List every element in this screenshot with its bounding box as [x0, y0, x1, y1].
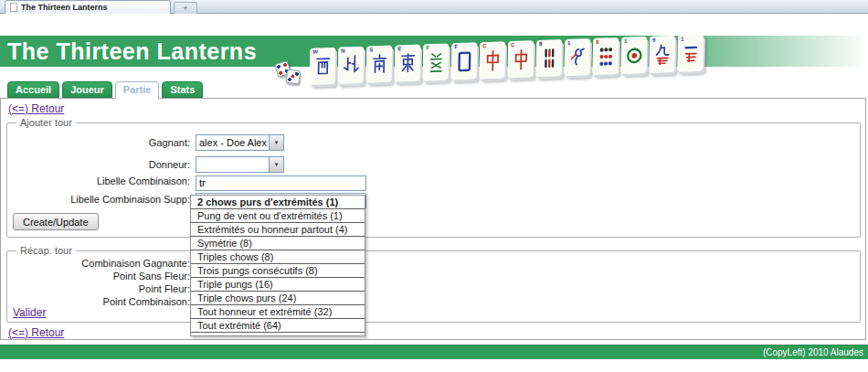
autocomplete-item[interactable]: Symétrie (8): [191, 237, 365, 250]
red-dragon-tile: C: [507, 40, 534, 78]
form-row: Libelle Combinaison Supp:: [13, 192, 854, 209]
tile-corner-mark: N: [341, 48, 344, 53]
autocomplete-item[interactable]: Tout honneur et extrémité (32): [191, 305, 365, 319]
die-icon: [285, 69, 301, 85]
form-row: Gagnant:alex - Doe Alex▼: [13, 134, 854, 151]
back-link-bottom[interactable]: (<=) Retour: [8, 326, 64, 339]
recap-rows: Combinaison Gagnante:Point Sans Fleur:Po…: [13, 257, 854, 308]
tile-corner-mark: S: [369, 47, 373, 52]
autocomplete-item[interactable]: Pung de vent ou d'extrémités (1): [191, 209, 365, 223]
tab-stats[interactable]: Stats: [162, 81, 203, 98]
form-row: Libelle Combinaison:: [13, 174, 854, 191]
form-row: Donneur:▼: [13, 156, 854, 173]
south-wind-tile: S: [366, 46, 393, 83]
chevron-down-icon[interactable]: ▼: [269, 157, 283, 172]
tile-corner-mark: C: [511, 42, 514, 48]
recap-fieldset: Récap. tour Combinaison Gagnante:Point S…: [6, 245, 861, 323]
nav-tabs: AccueilJoueurPartieStats: [7, 81, 203, 98]
east-wind-tile: E: [395, 45, 421, 82]
footer-bar: (CopyLeft) 2010 Alaudes: [0, 345, 868, 359]
create-update-button[interactable]: Create/Update: [13, 213, 99, 230]
select-value: [196, 157, 269, 172]
autocomplete-item[interactable]: Triple pungs (16): [191, 278, 365, 292]
browser-tab[interactable]: The Thirteen Lanterns: [5, 0, 171, 14]
bamboo-8-tile: 8: [535, 39, 562, 77]
autocomplete-item[interactable]: Trois pungs consécutifs (8): [191, 264, 365, 278]
add-round-rows: Gagnant:alex - Doe Alex▼Donneur:▼Libelle…: [13, 134, 854, 208]
footer-copyright: (CopyLeft) 2010 Alaudes: [763, 345, 868, 359]
back-link-top[interactable]: (<=) Retour: [8, 102, 64, 115]
autocomplete-item[interactable]: Tout extrémité (64): [191, 319, 365, 333]
circles-9-tile: 9: [592, 37, 619, 75]
combination-autocomplete-dropdown: 2 chows purs d'extrémités (1)Pung de ven…: [190, 195, 365, 336]
tile-corner-mark: F: [426, 45, 429, 50]
green-dragon-tile: F: [423, 44, 450, 81]
autocomplete-item[interactable]: Triples chows (8): [191, 250, 365, 264]
donneur-select[interactable]: ▼: [196, 156, 284, 173]
autocomplete-item[interactable]: Triple chows purs (24): [191, 292, 365, 305]
white-dragon-tile: F: [451, 42, 478, 80]
gagnant-select[interactable]: alex - Doe Alex▼: [196, 134, 284, 151]
tile-corner-mark: 1: [567, 40, 570, 46]
field-label: Libelle Combinaison Supp:: [13, 192, 190, 207]
recap-label: Combinaison Gagnante:: [13, 257, 190, 270]
recap-label: Point Sans Fleur:: [13, 270, 190, 282]
north-wind-tile: N: [338, 47, 365, 84]
red-dragon-tile: C: [480, 41, 506, 79]
field-label: Donneur:: [13, 156, 190, 173]
new-tab-button[interactable]: +: [174, 2, 197, 14]
dice-icon: [274, 61, 306, 93]
tab-partie[interactable]: Partie: [115, 81, 160, 99]
character-1-tile: 1: [677, 35, 704, 72]
tab-joueur[interactable]: Joueur: [62, 81, 112, 98]
autocomplete-item[interactable]: Extrémités ou honneur partout (4): [191, 223, 365, 237]
tile-corner-mark: 9: [652, 37, 655, 43]
autocomplete-item[interactable]: 2 chows purs d'extrémités (1): [191, 196, 365, 209]
character-9-tile: 9: [649, 36, 675, 73]
circle-1-tile: 1: [620, 37, 647, 74]
bamboo-1-bird-tile: 1: [564, 38, 590, 76]
tile-corner-mark: E: [397, 46, 401, 51]
west-wind-tile: W: [310, 48, 336, 85]
tile-corner-mark: 1: [681, 37, 683, 42]
browser-tab-title: The Thirteen Lanterns: [21, 3, 108, 12]
tile-corner-mark: W: [312, 49, 318, 55]
valider-link[interactable]: Valider: [13, 306, 46, 319]
tile-corner-mark: 1: [624, 38, 627, 44]
browser-tab-bar: The Thirteen Lanterns +: [0, 0, 868, 14]
select-value: alex - Doe Alex: [196, 135, 269, 150]
add-round-legend: Ajouter tour: [16, 117, 76, 128]
libelle-combinaison-input[interactable]: [196, 175, 366, 191]
tile-corner-mark: C: [482, 43, 486, 48]
page: { "browser": { "tab_title": "The Thirtee…: [0, 0, 868, 372]
chevron-down-icon[interactable]: ▼: [269, 135, 283, 150]
field-label: Gagnant:: [13, 134, 190, 151]
page-icon: [10, 3, 17, 12]
recap-legend: Récap. tour: [16, 245, 76, 256]
recap-label: Point Fleur:: [13, 282, 190, 295]
tile-corner-mark: 9: [596, 39, 598, 45]
add-round-fieldset: Ajouter tour Gagnant:alex - Doe Alex▼Don…: [6, 117, 861, 238]
tab-accueil[interactable]: Accueil: [7, 81, 59, 98]
content-panel: (<=) Retour Ajouter tour Gagnant:alex - …: [0, 98, 866, 340]
field-label: Libelle Combinaison:: [13, 174, 190, 189]
tile-corner-mark: F: [454, 44, 458, 49]
tile-corner-mark: 8: [539, 41, 542, 47]
